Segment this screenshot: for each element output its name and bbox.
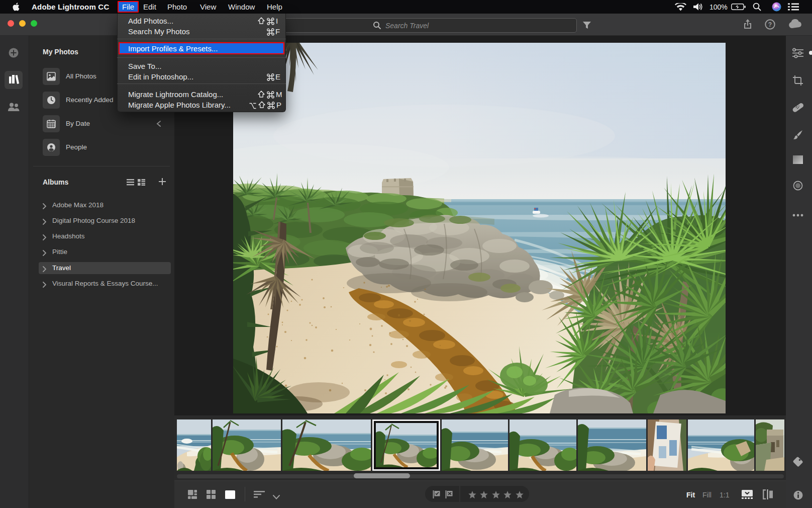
svg-text:?: ? [768,21,772,28]
